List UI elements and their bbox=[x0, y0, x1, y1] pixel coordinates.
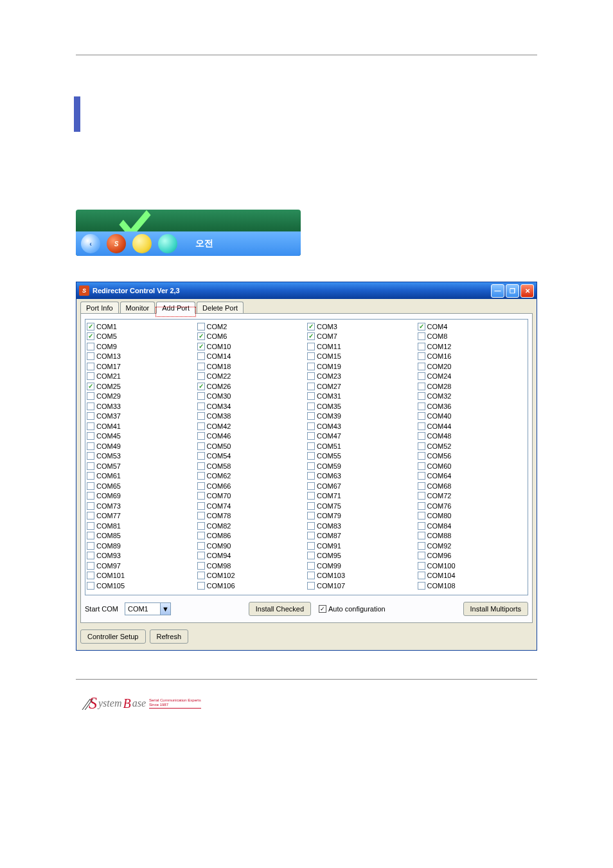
com-checkbox[interactable] bbox=[418, 323, 425, 330]
com-checkbox[interactable] bbox=[307, 323, 315, 330]
com-checkbox[interactable] bbox=[418, 492, 425, 500]
com-checkbox[interactable] bbox=[307, 432, 315, 440]
com-checkbox[interactable] bbox=[307, 442, 315, 450]
com-port-item[interactable]: COM85 bbox=[87, 531, 197, 541]
com-port-item[interactable]: COM106 bbox=[197, 581, 308, 591]
com-checkbox[interactable] bbox=[197, 332, 205, 340]
com-port-list[interactable]: COM1COM2COM3COM4COM5COM6COM7COM8COM9COM1… bbox=[85, 319, 528, 595]
com-port-item[interactable]: COM15 bbox=[307, 352, 418, 362]
com-port-item[interactable]: COM68 bbox=[418, 481, 528, 491]
com-checkbox[interactable] bbox=[307, 482, 315, 490]
com-port-item[interactable]: COM14 bbox=[197, 352, 308, 362]
com-checkbox[interactable] bbox=[307, 372, 315, 380]
com-checkbox[interactable] bbox=[307, 462, 315, 470]
com-port-item[interactable]: COM1 bbox=[87, 321, 197, 332]
com-port-item[interactable]: COM44 bbox=[418, 421, 528, 431]
com-port-item[interactable]: COM45 bbox=[87, 431, 197, 442]
com-port-item[interactable]: COM96 bbox=[418, 551, 528, 561]
com-checkbox[interactable] bbox=[307, 363, 315, 370]
com-checkbox[interactable] bbox=[197, 392, 205, 400]
close-button[interactable]: ✕ bbox=[520, 284, 534, 298]
com-checkbox[interactable] bbox=[418, 482, 425, 490]
com-checkbox[interactable] bbox=[197, 562, 205, 570]
tab-port-info[interactable]: Port Info bbox=[80, 302, 119, 313]
com-checkbox[interactable] bbox=[197, 472, 205, 480]
com-port-item[interactable]: COM48 bbox=[418, 431, 528, 442]
com-port-item[interactable]: COM97 bbox=[87, 561, 197, 571]
com-port-item[interactable]: COM102 bbox=[197, 571, 308, 581]
com-checkbox[interactable] bbox=[87, 572, 94, 579]
com-port-item[interactable]: COM56 bbox=[418, 451, 528, 462]
com-checkbox[interactable] bbox=[197, 363, 205, 370]
com-checkbox[interactable] bbox=[87, 392, 94, 400]
com-checkbox[interactable] bbox=[197, 323, 205, 330]
com-port-item[interactable]: COM67 bbox=[307, 481, 418, 491]
com-checkbox[interactable] bbox=[197, 402, 205, 410]
com-checkbox[interactable] bbox=[87, 332, 94, 340]
com-port-item[interactable]: COM40 bbox=[418, 411, 528, 422]
com-port-item[interactable]: COM54 bbox=[197, 451, 308, 462]
com-port-item[interactable]: COM99 bbox=[307, 561, 418, 571]
com-port-item[interactable]: COM104 bbox=[418, 571, 528, 581]
com-checkbox[interactable] bbox=[418, 392, 425, 400]
com-port-item[interactable]: COM82 bbox=[197, 521, 308, 531]
com-checkbox[interactable] bbox=[87, 582, 94, 590]
com-port-item[interactable]: COM55 bbox=[307, 451, 418, 462]
com-port-item[interactable]: COM107 bbox=[307, 581, 418, 591]
com-port-item[interactable]: COM98 bbox=[197, 561, 308, 571]
com-checkbox[interactable] bbox=[197, 582, 205, 590]
com-checkbox[interactable] bbox=[197, 522, 205, 530]
com-checkbox[interactable] bbox=[418, 432, 425, 440]
com-checkbox[interactable] bbox=[87, 422, 94, 430]
com-port-item[interactable]: COM11 bbox=[307, 341, 418, 352]
com-port-item[interactable]: COM47 bbox=[307, 431, 418, 442]
com-checkbox[interactable] bbox=[418, 512, 425, 520]
com-checkbox[interactable] bbox=[307, 412, 315, 420]
refresh-button[interactable]: Refresh bbox=[150, 629, 189, 644]
com-port-item[interactable]: COM89 bbox=[87, 541, 197, 551]
com-checkbox[interactable] bbox=[418, 462, 425, 470]
com-checkbox[interactable] bbox=[307, 472, 315, 480]
com-checkbox[interactable] bbox=[418, 442, 425, 450]
start-com-dropdown[interactable]: COM1 ▼ bbox=[125, 602, 171, 615]
com-port-item[interactable]: COM38 bbox=[197, 411, 308, 422]
com-checkbox[interactable] bbox=[87, 492, 94, 500]
com-port-item[interactable]: COM105 bbox=[87, 581, 197, 591]
com-checkbox[interactable] bbox=[418, 472, 425, 480]
com-checkbox[interactable] bbox=[418, 532, 425, 539]
com-checkbox[interactable] bbox=[197, 352, 205, 360]
com-checkbox[interactable] bbox=[87, 532, 94, 539]
com-port-item[interactable]: COM101 bbox=[87, 571, 197, 581]
com-port-item[interactable]: COM25 bbox=[87, 381, 197, 392]
com-port-item[interactable]: COM33 bbox=[87, 401, 197, 411]
com-port-item[interactable]: COM92 bbox=[418, 541, 528, 551]
controller-setup-button[interactable]: Controller Setup bbox=[80, 629, 146, 644]
chevron-down-icon[interactable]: ▼ bbox=[160, 603, 170, 615]
com-checkbox[interactable] bbox=[197, 482, 205, 490]
com-port-item[interactable]: COM94 bbox=[197, 551, 308, 561]
com-port-item[interactable]: COM34 bbox=[197, 401, 308, 411]
com-port-item[interactable]: COM91 bbox=[307, 541, 418, 551]
com-checkbox[interactable] bbox=[418, 363, 425, 370]
com-checkbox[interactable] bbox=[307, 352, 315, 360]
com-checkbox[interactable] bbox=[418, 343, 425, 350]
com-port-item[interactable]: COM8 bbox=[418, 332, 528, 342]
com-checkbox[interactable] bbox=[197, 492, 205, 500]
install-multiports-button[interactable]: Install Multiports bbox=[463, 602, 528, 616]
com-port-item[interactable]: COM20 bbox=[418, 361, 528, 372]
com-checkbox[interactable] bbox=[197, 532, 205, 539]
com-checkbox[interactable] bbox=[87, 402, 94, 410]
com-port-item[interactable]: COM69 bbox=[87, 491, 197, 502]
com-port-item[interactable]: COM30 bbox=[197, 392, 308, 402]
com-checkbox[interactable] bbox=[418, 332, 425, 340]
com-port-item[interactable]: COM61 bbox=[87, 471, 197, 482]
com-port-item[interactable]: COM74 bbox=[197, 501, 308, 511]
maximize-button[interactable]: ❐ bbox=[506, 284, 519, 298]
com-port-item[interactable]: COM79 bbox=[307, 511, 418, 521]
com-checkbox[interactable] bbox=[418, 402, 425, 410]
com-checkbox[interactable] bbox=[307, 452, 315, 460]
com-checkbox[interactable] bbox=[307, 512, 315, 520]
com-checkbox[interactable] bbox=[87, 482, 94, 490]
com-checkbox[interactable] bbox=[87, 562, 94, 570]
com-port-item[interactable]: COM26 bbox=[197, 381, 308, 392]
